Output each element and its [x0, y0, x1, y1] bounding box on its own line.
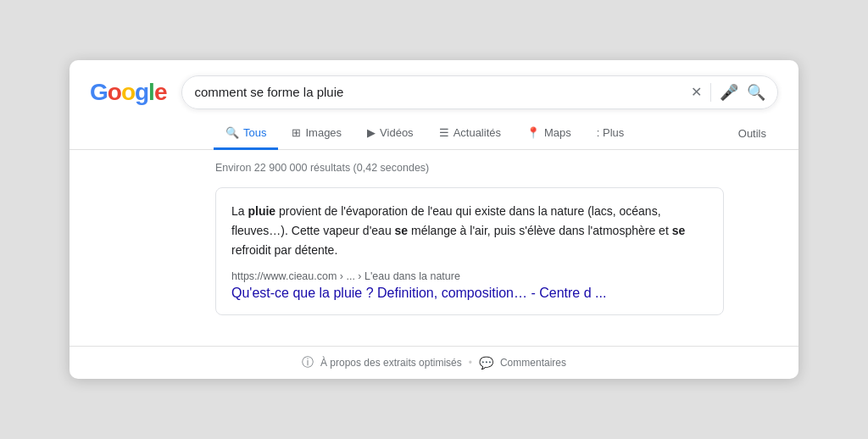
results-area: Environ 22 900 000 résultats (0,42 secon… — [70, 150, 798, 346]
about-extraits-label[interactable]: À propos des extraits optimisés — [320, 357, 462, 369]
snippet-text-before: La — [231, 204, 248, 218]
search-input[interactable] — [194, 85, 684, 99]
snippet-text-end: refroidit par détente. — [231, 243, 337, 257]
snippet-text-mid2: mélange à l'air, puis s'élève dans l'atm… — [408, 224, 672, 237]
tab-maps-label: Maps — [544, 126, 571, 139]
snippet-link[interactable]: Qu'est-ce que la pluie ? Definition, com… — [231, 286, 606, 300]
snippet-bold-se1: se — [395, 224, 409, 237]
tab-videos-label: Vidéos — [380, 126, 414, 139]
tab-plus[interactable]: : Plus — [585, 118, 637, 150]
tab-actualites-label: Actualités — [453, 126, 501, 139]
maps-icon: 📍 — [526, 126, 540, 139]
tab-videos[interactable]: ▶ Vidéos — [355, 118, 426, 150]
tous-icon: 🔍 — [225, 126, 239, 139]
snippet-bold-pluie: pluie — [248, 204, 275, 218]
results-count: Environ 22 900 000 résultats (0,42 secon… — [215, 162, 778, 174]
tab-maps[interactable]: 📍 Maps — [515, 118, 583, 150]
snippet-text: La pluie provient de l'évaporation de l'… — [231, 202, 708, 260]
info-icon: ⓘ — [302, 355, 314, 370]
videos-icon: ▶ — [367, 126, 376, 139]
actualites-icon: ☰ — [439, 126, 449, 139]
snippet-url: https://www.cieau.com › ... › L'eau dans… — [231, 270, 708, 282]
google-logo: Google — [90, 79, 166, 106]
comment-icon: 💬 — [479, 356, 493, 370]
tab-tous-label: Tous — [243, 126, 266, 139]
tabs-bar: 🔍 Tous ⊞ Images ▶ Vidéos ☰ Actualités 📍 … — [70, 118, 798, 150]
search-bar-icons: ✕ 🎤 🔍 — [691, 83, 765, 102]
outils-button[interactable]: Outils — [726, 119, 778, 148]
mic-icon[interactable]: 🎤 — [720, 83, 738, 102]
tab-plus-label: : Plus — [597, 126, 625, 139]
tab-images[interactable]: ⊞ Images — [280, 118, 353, 150]
search-button-icon[interactable]: 🔍 — [747, 83, 765, 102]
divider — [710, 83, 711, 102]
tab-tous[interactable]: 🔍 Tous — [214, 118, 278, 150]
results-footer: ⓘ À propos des extraits optimisés • 💬 Co… — [70, 346, 798, 379]
footer-separator: • — [469, 357, 472, 369]
comments-label[interactable]: Commentaires — [500, 357, 566, 369]
tab-images-label: Images — [305, 126, 342, 139]
top-bar: Google ✕ 🎤 🔍 — [70, 60, 798, 109]
tab-actualites[interactable]: ☰ Actualités — [427, 118, 513, 150]
search-bar: ✕ 🎤 🔍 — [181, 75, 778, 109]
browser-window: Google ✕ 🎤 🔍 🔍 Tous ⊞ Images ▶ Vidéos ☰ — [70, 60, 798, 379]
images-icon: ⊞ — [292, 126, 301, 139]
clear-icon[interactable]: ✕ — [691, 84, 702, 100]
featured-snippet: La pluie provient de l'évaporation de l'… — [215, 187, 724, 315]
snippet-bold-se2: se — [672, 224, 686, 237]
